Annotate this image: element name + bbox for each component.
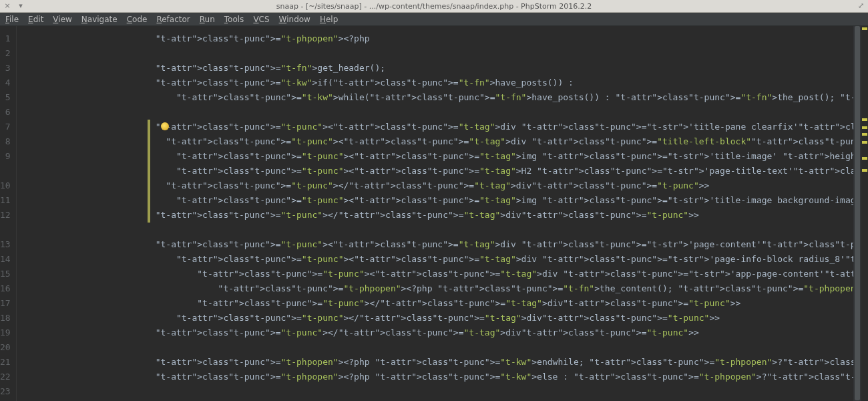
line-number: 2: [0, 46, 11, 61]
line-number: 15: [0, 267, 11, 281]
line-number: 8: [0, 134, 11, 149]
line-number: 1: [0, 31, 11, 46]
scrollbar-thumb[interactable]: [855, 26, 860, 400]
line-number: 20: [0, 340, 11, 355]
code-line[interactable]: "t-attr">class"t-punc">="t-phpopen"><?ph…: [17, 281, 868, 296]
code-line[interactable]: "t-attr">class"t-punc">="t-kw">while("t-…: [17, 90, 868, 105]
code-line[interactable]: [17, 340, 868, 355]
close-icon[interactable]: ×: [4, 1, 11, 10]
line-number: 14: [0, 252, 11, 267]
line-number: 12: [0, 208, 11, 223]
code-line[interactable]: "t-attr">class"t-punc">="t-punc"></"t-at…: [17, 178, 868, 193]
warning-marker[interactable]: [862, 118, 867, 121]
line-number: 19: [0, 325, 11, 340]
code-area[interactable]: "t-attr">class"t-punc">="t-phpopen"><?ph…: [17, 26, 868, 401]
line-number: 9: [0, 149, 11, 164]
code-line[interactable]: "t-attr">class"t-punc">="t-punc"><"t-att…: [17, 193, 868, 208]
warning-marker[interactable]: [862, 133, 867, 136]
menu-item-vcs[interactable]: VCS: [253, 15, 269, 24]
code-line[interactable]: "t-attr">class"t-punc">="t-punc"><"t-att…: [17, 120, 868, 134]
line-number: 4: [0, 76, 11, 90]
line-number: 23: [0, 384, 11, 399]
code-line[interactable]: "t-attr">class"t-punc">="t-phpopen"><?ph…: [17, 370, 868, 384]
error-stripe[interactable]: [861, 26, 868, 401]
line-number: 22: [0, 370, 11, 384]
code-line[interactable]: "t-attr">class"t-punc">="t-punc"><"t-att…: [17, 134, 868, 149]
code-line[interactable]: "t-attr">class"t-punc">="t-punc"><"t-att…: [17, 164, 868, 178]
warning-marker[interactable]: [862, 157, 867, 160]
code-line[interactable]: [17, 105, 868, 120]
menu-item-edit[interactable]: Edit: [28, 15, 43, 24]
code-line[interactable]: "t-attr">class"t-punc">="t-punc"><"t-att…: [17, 237, 868, 252]
menu-item-view[interactable]: View: [53, 15, 71, 24]
intention-bulb-icon[interactable]: [161, 122, 169, 130]
code-line[interactable]: "t-attr">class"t-punc">="t-punc"></"t-at…: [17, 296, 868, 311]
line-number: 13: [0, 237, 11, 252]
code-line[interactable]: "t-attr">class"t-punc">="t-punc"></"t-at…: [17, 325, 868, 340]
line-number: 6: [0, 105, 11, 120]
vertical-scrollbar[interactable]: [853, 26, 861, 401]
line-number: 10: [0, 178, 11, 193]
maximize-icon[interactable]: ⤢: [857, 1, 864, 10]
menu-item-tools[interactable]: Tools: [224, 15, 244, 24]
warning-marker[interactable]: [862, 169, 867, 172]
minimize-icon[interactable]: ▾: [17, 1, 24, 10]
warning-marker[interactable]: [862, 141, 867, 144]
line-number: 11: [0, 193, 11, 208]
code-line[interactable]: "t-attr">class"t-punc">="t-punc"><"t-att…: [17, 252, 868, 267]
code-line[interactable]: "t-attr">class"t-punc">="t-phpopen"><?ph…: [17, 31, 868, 46]
menu-item-code[interactable]: Code: [127, 15, 148, 24]
main-menu-bar: FileEditViewNavigateCodeRefactorRunTools…: [0, 13, 868, 26]
code-line[interactable]: "t-attr">class"t-punc">="t-punc"><"t-att…: [17, 149, 868, 164]
line-number: 21: [0, 355, 11, 370]
code-line[interactable]: "t-attr">class"t-punc">="t-fn">get_heade…: [17, 61, 868, 76]
code-line[interactable]: [17, 46, 868, 61]
line-number: 3: [0, 61, 11, 76]
code-line[interactable]: "t-attr">class"t-punc">="t-punc"><"t-att…: [17, 267, 868, 281]
menu-item-navigate[interactable]: Navigate: [81, 15, 118, 24]
line-number: 5: [0, 90, 11, 105]
menu-item-file[interactable]: File: [5, 15, 19, 24]
menu-item-help[interactable]: Help: [320, 15, 338, 24]
code-line[interactable]: "t-attr">class"t-punc">="t-phpopen"><?ph…: [17, 355, 868, 370]
window-title: snaap - [~/sites/snaap] - .../wp-content…: [276, 2, 592, 11]
menu-item-refactor[interactable]: Refactor: [156, 15, 190, 24]
line-number: 16: [0, 281, 11, 296]
inspection-indicator-icon[interactable]: [862, 27, 867, 30]
line-number: 17: [0, 296, 11, 311]
line-number: 7: [0, 120, 11, 134]
menu-item-window[interactable]: Window: [279, 15, 310, 24]
menu-item-run[interactable]: Run: [200, 15, 215, 24]
code-line[interactable]: "t-attr">class"t-punc">="t-kw">if("t-att…: [17, 76, 868, 90]
window-titlebar: × ▾ snaap - [~/sites/snaap] - .../wp-con…: [0, 0, 868, 13]
line-number: 18: [0, 311, 11, 325]
code-line[interactable]: [17, 223, 868, 237]
warning-marker[interactable]: [862, 126, 867, 129]
code-editor[interactable]: 123456789 101112 13141516171819202122232…: [0, 26, 868, 401]
line-number-gutter: 123456789 101112 13141516171819202122232…: [0, 26, 17, 401]
code-line[interactable]: "t-attr">class"t-punc">="t-punc"></"t-at…: [17, 208, 868, 223]
code-line[interactable]: "t-attr">class"t-punc">="t-punc"></"t-at…: [17, 311, 868, 325]
